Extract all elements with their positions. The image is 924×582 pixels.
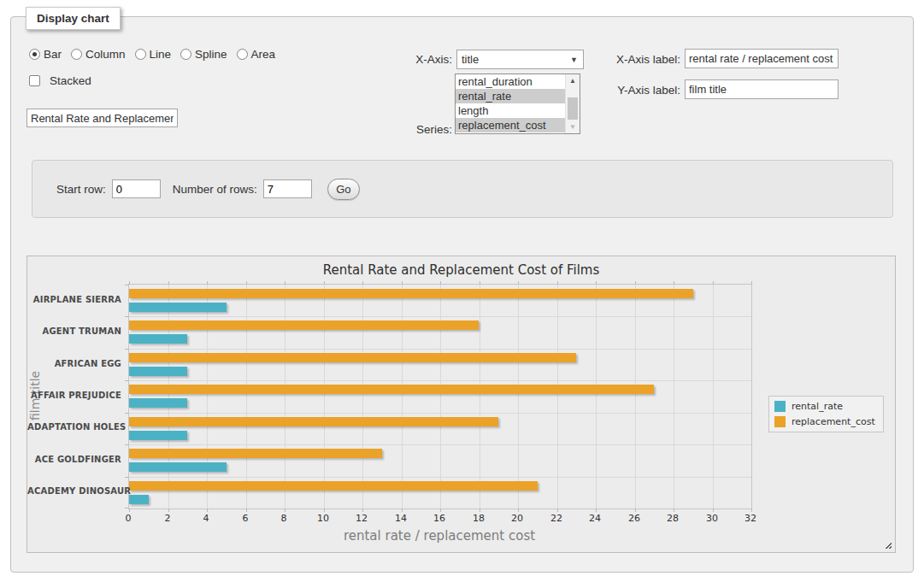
gridline-horizontal (129, 477, 751, 478)
x-axis-select[interactable]: title ▼ (456, 50, 584, 69)
x-axis-label-label: X-Axis label: (575, 53, 680, 66)
legend-item-rental-rate: rental_rate (774, 401, 875, 412)
scrollbar-thumb[interactable] (568, 97, 578, 120)
num-rows-label: Number of rows: (173, 183, 257, 196)
chart-legend: rental_ratereplacement_cost (768, 396, 884, 432)
chart-type-label: Spline (195, 48, 227, 61)
gridline-vertical (518, 285, 519, 509)
legend-swatch (774, 416, 786, 427)
bar-rental-rate (129, 431, 187, 440)
gridline-vertical (207, 285, 208, 509)
legend-label: rental_rate (792, 401, 843, 412)
chart-type-option-bar[interactable]: Bar (29, 48, 62, 61)
series-option[interactable]: length (456, 103, 568, 118)
category-label: ACADEMY DINOSAUR (27, 486, 121, 496)
axis-tick (207, 509, 208, 512)
series-listbox[interactable]: ▲ ▼ rental_durationrental_ratelengthrepl… (455, 73, 580, 134)
gridline-vertical (362, 285, 363, 509)
radio-icon[interactable] (71, 49, 82, 60)
radio-icon[interactable] (135, 49, 146, 60)
x-tick-label: 20 (500, 513, 534, 524)
bar-replacement-cost (129, 449, 382, 458)
go-button[interactable]: Go (327, 179, 360, 200)
legend-swatch (774, 401, 786, 412)
chart-type-option-line[interactable]: Line (135, 48, 172, 61)
x-tick-label: 14 (384, 513, 418, 524)
axis-tick (129, 509, 130, 512)
chart-type-label: Area (251, 48, 276, 61)
legend-item-replacement-cost: replacement_cost (774, 416, 875, 427)
chart-title: Rental Rate and Replacement Cost of Film… (27, 262, 895, 278)
radio-icon[interactable] (237, 49, 248, 60)
gridline-vertical (674, 285, 674, 509)
axis-tick (324, 281, 325, 285)
bar-rental-rate (129, 367, 187, 376)
chart-container: Rental Rate and Replacement Cost of Film… (26, 256, 896, 553)
num-rows-input[interactable] (263, 179, 312, 198)
chart-type-option-area[interactable]: Area (237, 48, 276, 61)
x-axis-label-input[interactable] (685, 49, 839, 68)
axis-tick (480, 281, 480, 285)
bar-replacement-cost (129, 417, 498, 426)
row-range-panel: Start row: Number of rows: Go (32, 160, 893, 218)
axis-tick (246, 509, 247, 512)
scroll-down-icon[interactable]: ▼ (566, 121, 580, 133)
axis-tick (125, 413, 129, 414)
x-tick-label: 8 (267, 513, 301, 524)
stacked-option[interactable]: Stacked (29, 74, 91, 87)
page: BarColumnLineSplineArea Stacked X-Axis: … (0, 0, 924, 582)
y-axis-label-input[interactable] (685, 79, 839, 99)
axis-tick (324, 509, 325, 512)
gridline-vertical (635, 285, 636, 509)
gridline-vertical (402, 285, 403, 509)
axis-tick (246, 281, 247, 285)
x-tick-label: 16 (422, 513, 456, 524)
x-tick-label: 26 (617, 513, 651, 524)
series-option[interactable]: replacement_cost (456, 118, 568, 132)
legend-label: replacement_cost (792, 416, 875, 427)
chart-type-option-spline[interactable]: Spline (180, 48, 227, 61)
axis-tick (168, 281, 169, 285)
category-label: AFFAIR PREJUDICE (27, 391, 121, 400)
gridline-vertical (440, 285, 441, 509)
gridline-horizontal (129, 380, 751, 381)
series-option[interactable]: rental_duration (456, 74, 568, 89)
axis-tick (125, 444, 129, 445)
axis-tick (440, 509, 441, 512)
chart-type-label: Column (85, 48, 126, 61)
x-tick-label: 12 (344, 513, 379, 524)
axis-tick (674, 281, 674, 285)
gridline-horizontal (129, 413, 751, 414)
bar-replacement-cost (129, 481, 538, 491)
stacked-checkbox[interactable] (29, 75, 40, 86)
bar-rental-rate (129, 303, 227, 312)
resize-handle-icon[interactable] (883, 540, 892, 549)
start-row-input[interactable] (112, 179, 161, 198)
series-select-label: Series: (370, 123, 452, 136)
axis-tick (125, 508, 129, 509)
axis-tick (285, 281, 285, 285)
gridline-horizontal (129, 444, 751, 445)
x-tick-label: 18 (462, 513, 496, 524)
bar-replacement-cost (129, 320, 479, 330)
radio-icon[interactable] (180, 49, 191, 60)
gridline-vertical (596, 285, 597, 509)
x-tick-label: 2 (150, 513, 185, 524)
axis-tick (596, 281, 597, 285)
axis-tick (402, 509, 403, 512)
gridline-vertical (285, 285, 285, 509)
gridline-vertical (713, 285, 714, 509)
radio-icon[interactable] (29, 49, 40, 60)
gridline-horizontal (129, 316, 751, 317)
chart-title-input[interactable] (26, 109, 178, 127)
axis-tick (125, 380, 129, 381)
axis-tick (635, 509, 636, 512)
axis-tick (518, 509, 519, 512)
series-option[interactable]: rental_rate (456, 89, 568, 103)
category-label: AGENT TRUMAN (27, 326, 121, 336)
axis-tick (557, 509, 558, 512)
x-axis-select-label: X-Axis: (370, 53, 452, 66)
chart-type-option-column[interactable]: Column (71, 48, 126, 61)
axis-tick (207, 281, 208, 285)
bar-rental-rate (129, 462, 227, 472)
